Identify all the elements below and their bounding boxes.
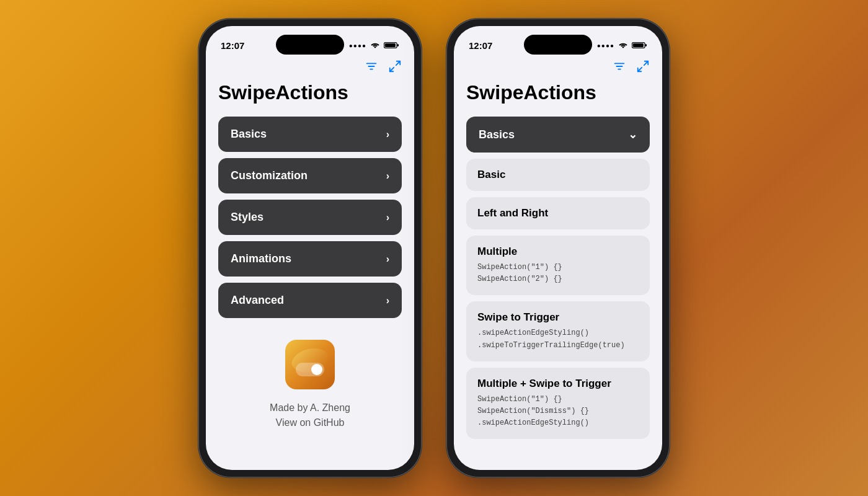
battery-icon-right: [632, 42, 647, 49]
github-link[interactable]: View on GitHub: [276, 417, 345, 428]
svg-line-7: [390, 68, 394, 71]
chevron-down-icon: ⌄: [628, 128, 637, 141]
dynamic-island-right: [524, 35, 592, 55]
item-code-multiple-swipe: SwipeAction("1") {}SwipeAction("Dismiss"…: [477, 394, 639, 430]
svg-rect-2: [397, 44, 399, 46]
list-item-multiple-swipe[interactable]: Multiple + Swipe to Trigger SwipeAction(…: [466, 368, 650, 440]
signal-icon-left: ●●●●: [349, 42, 366, 49]
svg-line-18: [644, 61, 648, 65]
filter-icon-left[interactable]: [365, 60, 378, 76]
svg-rect-1: [385, 43, 396, 47]
svg-point-11: [311, 364, 322, 375]
chevron-customization: ›: [386, 170, 389, 182]
menu-list-left: Basics › Customization › Styles › Animat…: [218, 117, 402, 318]
svg-rect-14: [645, 44, 647, 46]
svg-line-6: [396, 61, 400, 65]
time-right: 12:07: [469, 40, 492, 51]
menu-label-advanced: Advanced: [231, 294, 284, 307]
menu-label-basics: Basics: [231, 128, 267, 141]
menu-item-advanced[interactable]: Advanced ›: [218, 283, 402, 318]
expanded-section-label: Basics: [479, 128, 515, 141]
signal-icon-right: ●●●●: [597, 42, 614, 49]
app-title-left: SwipeActions: [218, 81, 402, 104]
svg-line-19: [638, 68, 642, 71]
list-item-multiple[interactable]: Multiple SwipeAction("1") {}SwipeAction(…: [466, 236, 650, 295]
expand-icon-right[interactable]: [636, 60, 650, 76]
menu-item-styles[interactable]: Styles ›: [218, 200, 402, 235]
phone-left: 12:07 ●●●●: [198, 19, 422, 477]
chevron-animations: ›: [386, 254, 389, 265]
menu-label-animations: Animations: [231, 252, 291, 265]
item-title-left-right: Left and Right: [477, 207, 639, 219]
battery-icon-left: [384, 42, 399, 49]
chevron-advanced: ›: [386, 295, 389, 306]
app-title-right: SwipeActions: [466, 81, 650, 104]
item-title-swipe-trigger: Swipe to Trigger: [477, 311, 639, 324]
list-item-basic[interactable]: Basic: [466, 159, 650, 191]
menu-item-customization[interactable]: Customization ›: [218, 158, 402, 193]
time-left: 12:07: [221, 40, 244, 51]
app-bottom-left: Made by A. Zheng View on GitHub: [218, 337, 402, 428]
app-content-right: SwipeActions Basics ⌄ Basic Left and Rig…: [454, 60, 662, 470]
svg-rect-13: [633, 43, 644, 47]
wifi-icon-left: [370, 42, 380, 49]
menu-item-animations[interactable]: Animations ›: [218, 241, 402, 277]
app-content-left: SwipeActions Basics › Customization › St…: [206, 60, 414, 470]
made-by-text: Made by A. Zheng: [270, 402, 350, 414]
status-icons-right: ●●●●: [597, 42, 647, 49]
phone-right: 12:07 ●●●●: [446, 19, 670, 477]
app-icon: [282, 337, 338, 392]
expand-icon-left[interactable]: [388, 60, 402, 76]
menu-item-basics[interactable]: Basics ›: [218, 117, 402, 152]
list-item-left-right[interactable]: Left and Right: [466, 197, 650, 229]
chevron-basics: ›: [386, 129, 389, 140]
item-code-swipe-trigger: .swipeActionEdgeStyling().swipeToTrigger…: [477, 327, 639, 351]
toolbar-left: [218, 60, 402, 76]
wifi-icon-right: [618, 42, 628, 49]
list-item-swipe-to-trigger[interactable]: Swipe to Trigger .swipeActionEdgeStyling…: [466, 301, 650, 361]
filter-icon-right[interactable]: [613, 60, 626, 76]
dynamic-island-left: [276, 35, 344, 55]
status-icons-left: ●●●●: [349, 42, 399, 49]
item-title-basic: Basic: [477, 169, 639, 181]
item-code-multiple: SwipeAction("1") {}SwipeAction("2") {}: [477, 262, 639, 285]
toolbar-right: [466, 60, 650, 76]
menu-label-styles: Styles: [231, 211, 264, 224]
chevron-styles: ›: [386, 212, 389, 223]
expanded-section-header[interactable]: Basics ⌄: [466, 117, 650, 153]
item-title-multiple: Multiple: [477, 246, 639, 258]
item-title-multiple-swipe: Multiple + Swipe to Trigger: [477, 378, 639, 390]
menu-label-customization: Customization: [231, 169, 308, 182]
